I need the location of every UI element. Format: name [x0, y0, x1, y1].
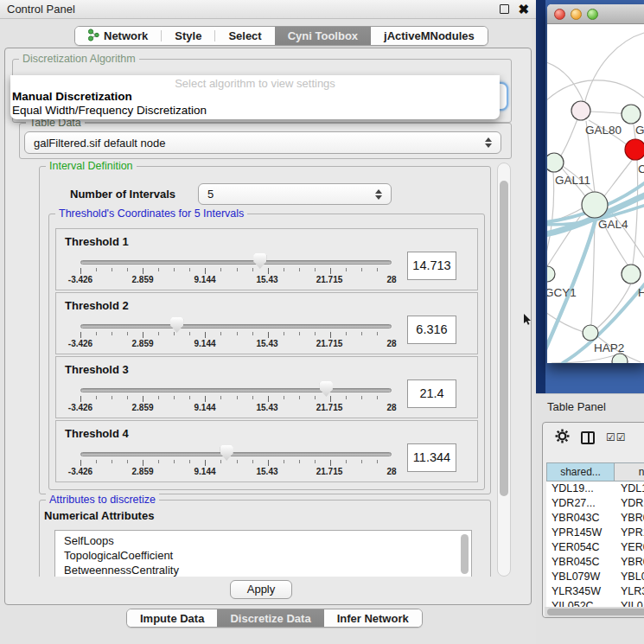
- threshold-value-field[interactable]: 11.344: [407, 443, 456, 472]
- table-row[interactable]: YDR27...YDR2: [546, 496, 644, 511]
- table-row[interactable]: YBL079WYBL0: [546, 570, 644, 584]
- cell-name[interactable]: YDL1: [615, 481, 644, 496]
- threshold-slider-track[interactable]: [80, 452, 392, 456]
- threshold-value-field[interactable]: 14.713: [407, 252, 456, 280]
- cell-name[interactable]: YBL0: [615, 570, 644, 584]
- network-node[interactable]: [582, 192, 608, 218]
- network-node[interactable]: [625, 139, 644, 160]
- tab-label: jActiveMNodules: [384, 29, 475, 42]
- num-intervals-label: Number of Intervals: [70, 188, 175, 201]
- attribute-list-item[interactable]: SelfLoops: [64, 533, 471, 548]
- threshold-value-field[interactable]: 6.316: [407, 316, 456, 344]
- tab-infer-network[interactable]: Infer Network: [324, 609, 422, 627]
- cell-shared-name[interactable]: YDR27...: [546, 496, 615, 511]
- popup-item-equal-width[interactable]: Equal Width/Frequency Discretization: [10, 104, 500, 118]
- network-window-titlebar[interactable]: [547, 4, 644, 24]
- threshold-slider-track[interactable]: [80, 388, 392, 392]
- cell-name[interactable]: YBR0: [615, 555, 644, 570]
- scale-label: 28: [386, 467, 396, 476]
- checkbox-icon[interactable]: ☑☑: [606, 431, 627, 443]
- table-panel-box: ☑☑ shared... na YDL19...YDL1YDR27...YDR2…: [542, 422, 644, 618]
- threshold-slider-thumb[interactable]: [220, 445, 233, 461]
- network-node[interactable]: [583, 325, 598, 341]
- cell-name[interactable]: YIL0: [615, 599, 644, 607]
- table-row[interactable]: YDL19...YDL1: [546, 481, 644, 496]
- cell-shared-name[interactable]: YBR043C: [546, 511, 615, 526]
- network-node-label: GCY1: [547, 286, 577, 299]
- cell-name[interactable]: YBR0: [615, 511, 644, 526]
- numerical-attributes-label: Numerical Attributes: [44, 509, 154, 522]
- scale-label: 21.715: [316, 403, 343, 412]
- combobox-value: 5: [207, 188, 375, 201]
- table-row[interactable]: YBR045CYBR0: [546, 555, 644, 570]
- table-rows[interactable]: YDL19...YDL1YDR27...YDR2YBR043CYBR0YPR14…: [546, 481, 644, 607]
- column-header-name[interactable]: na: [615, 462, 644, 481]
- network-node[interactable]: [622, 265, 641, 284]
- network-node[interactable]: [571, 101, 590, 120]
- cell-name[interactable]: YLR3: [615, 584, 644, 599]
- float-window-icon[interactable]: [500, 4, 509, 14]
- slider-ticks: [80, 332, 392, 338]
- tab-select[interactable]: Select: [215, 27, 274, 45]
- cell-shared-name[interactable]: YBL079W: [546, 570, 615, 584]
- list-scrollbar-thumb[interactable]: [461, 534, 469, 574]
- network-node[interactable]: [622, 105, 641, 124]
- attribute-list-item[interactable]: BetweennessCentrality: [64, 563, 471, 577]
- popup-item-manual-discretization[interactable]: Manual Discretization: [10, 90, 500, 104]
- cell-shared-name[interactable]: YER054C: [546, 540, 615, 555]
- tab-network[interactable]: Network: [75, 27, 161, 45]
- scale-label: -3.426: [68, 275, 92, 284]
- threshold-slider-track[interactable]: [80, 324, 392, 328]
- network-node[interactable]: [547, 266, 555, 282]
- scrollbar-thumb[interactable]: [500, 181, 508, 496]
- apply-button[interactable]: Apply: [230, 580, 292, 599]
- network-node[interactable]: [547, 153, 564, 172]
- cell-shared-name[interactable]: YDL19...: [546, 481, 615, 496]
- column-header-shared-name[interactable]: shared...: [546, 462, 615, 481]
- tab-style[interactable]: Style: [162, 27, 214, 45]
- cell-name[interactable]: YPR1: [615, 526, 644, 540]
- threshold-value-field[interactable]: 21.4: [407, 379, 456, 408]
- table-row[interactable]: YBR043CYBR0: [546, 511, 644, 526]
- close-icon[interactable]: ✖: [518, 4, 529, 14]
- tab-jactivemnodules[interactable]: jActiveMNodules: [371, 27, 488, 45]
- slider-scale-labels: -3.4262.8599.14415.4321.71528: [80, 403, 392, 413]
- tab-impute-data[interactable]: Impute Data: [127, 609, 217, 627]
- cell-name[interactable]: YER0: [615, 540, 644, 555]
- num-intervals-combobox[interactable]: 5: [198, 183, 392, 205]
- scrollbar-thumb[interactable]: [547, 609, 644, 615]
- tab-discretize-data[interactable]: Discretize Data: [217, 609, 323, 627]
- tab-cyni-toolbox[interactable]: Cyni Toolbox: [275, 27, 371, 45]
- numerical-attributes-list[interactable]: SelfLoopsTopologicalCoefficientBetweenne…: [54, 530, 472, 577]
- cell-shared-name[interactable]: YBR045C: [546, 555, 615, 570]
- table-row[interactable]: YIL052CYIL0: [546, 599, 644, 607]
- panel-vertical-scrollbar[interactable]: [497, 163, 511, 577]
- scale-label: 15.43: [256, 467, 277, 476]
- table-panel-header: Table Panel: [536, 393, 644, 419]
- table-row[interactable]: YPR145WYPR1: [546, 526, 644, 540]
- cell-shared-name[interactable]: YIL052C: [546, 599, 615, 607]
- cell-shared-name[interactable]: YPR145W: [546, 526, 615, 540]
- threshold-slider-thumb[interactable]: [253, 253, 266, 269]
- threshold-slider-thumb[interactable]: [170, 317, 183, 333]
- table-row[interactable]: YLR345WYLR3: [546, 584, 644, 599]
- gear-icon[interactable]: [555, 429, 570, 447]
- minimize-window-icon[interactable]: [571, 9, 582, 20]
- cell-name[interactable]: YDR2: [615, 496, 644, 511]
- attribute-list-item[interactable]: TopologicalCoefficient: [64, 548, 471, 563]
- network-canvas[interactable]: GAL80GCGAL11GAL4GCY1HHAP2: [547, 24, 644, 363]
- scale-label: -3.426: [68, 467, 92, 476]
- threshold-slider-track[interactable]: [80, 260, 392, 265]
- table-horizontal-scrollbar[interactable]: [545, 607, 644, 617]
- top-tab-bar: Network Style Select Cyni Toolbox jActiv…: [74, 26, 488, 46]
- threshold-panel: Threshold 2-3.4262.8599.14415.4321.71528…: [55, 292, 478, 354]
- close-window-icon[interactable]: [554, 9, 565, 20]
- zoom-window-icon[interactable]: [587, 9, 598, 20]
- columns-icon[interactable]: [581, 431, 595, 444]
- panel-title: Control Panel: [7, 3, 75, 16]
- table-row[interactable]: YER054CYER0: [546, 540, 644, 555]
- scale-label: 15.43: [256, 339, 277, 348]
- threshold-slider-thumb[interactable]: [320, 381, 333, 397]
- table-data-combobox[interactable]: galFiltered.sif default node: [24, 131, 501, 154]
- cell-shared-name[interactable]: YLR345W: [546, 584, 615, 599]
